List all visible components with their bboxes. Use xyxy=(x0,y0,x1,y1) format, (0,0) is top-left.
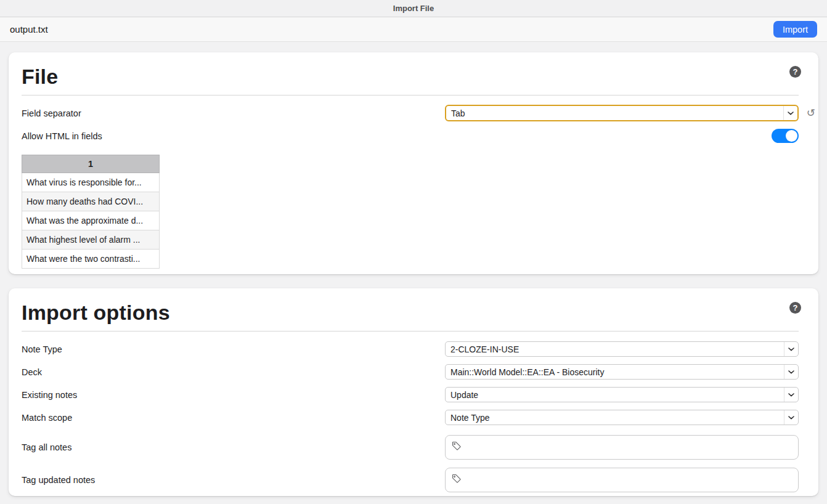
match-scope-select[interactable]: Note Type xyxy=(445,410,799,425)
existing-notes-value: Update xyxy=(446,390,784,400)
field-separator-value: Tab xyxy=(446,108,783,118)
preview-table: 1 What virus is responsible for... How m… xyxy=(22,155,160,269)
table-row: What virus is responsible for... xyxy=(22,173,160,192)
import-options-section: ? Import options Note Type 2-CLOZE-IN-US… xyxy=(9,288,818,496)
existing-notes-label: Existing notes xyxy=(22,390,445,400)
tag-updated-notes-input[interactable] xyxy=(445,468,799,492)
window-title: Import File xyxy=(393,4,434,13)
divider xyxy=(22,95,799,96)
note-type-label: Note Type xyxy=(22,344,445,354)
revert-icon[interactable]: ↺ xyxy=(807,108,815,118)
deck-select[interactable]: Main::World Model::EA::EA - Biosecurity xyxy=(445,364,799,380)
tag-all-notes-row: Tag all notes xyxy=(22,431,799,463)
preview-cell: What highest level of alarm ... xyxy=(22,230,160,250)
import-options-title: Import options xyxy=(22,297,799,331)
deck-row: Deck Main::World Model::EA::EA - Biosecu… xyxy=(22,360,799,383)
preview-cell: What virus is responsible for... xyxy=(22,173,160,192)
import-button[interactable]: Import xyxy=(773,21,817,38)
match-scope-value: Note Type xyxy=(446,413,784,423)
note-type-row: Note Type 2-CLOZE-IN-USE xyxy=(22,338,799,360)
allow-html-row: Allow HTML in fields xyxy=(22,124,799,147)
tag-all-notes-input[interactable] xyxy=(445,435,799,460)
divider xyxy=(22,331,799,331)
existing-notes-select[interactable]: Update xyxy=(445,387,799,402)
field-separator-label: Field separator xyxy=(22,108,445,118)
file-name: output.txt xyxy=(10,24,48,35)
file-section-title: File xyxy=(22,61,799,95)
note-type-select[interactable]: 2-CLOZE-IN-USE xyxy=(445,341,799,357)
table-row: What were the two contrasti... xyxy=(22,250,160,269)
chevron-down-icon xyxy=(784,342,798,356)
deck-label: Deck xyxy=(22,367,445,377)
table-row: What was the approximate d... xyxy=(22,211,160,230)
toolbar: output.txt Import xyxy=(0,17,827,42)
help-icon[interactable]: ? xyxy=(789,302,801,314)
chevron-down-icon xyxy=(784,410,798,425)
table-row: How many deaths had COVI... xyxy=(22,192,160,211)
tag-icon xyxy=(452,441,462,453)
preview-cell: What was the approximate d... xyxy=(22,211,160,230)
match-scope-label: Match scope xyxy=(22,413,445,423)
help-icon[interactable]: ? xyxy=(789,66,801,78)
note-type-value: 2-CLOZE-IN-USE xyxy=(446,344,784,354)
existing-notes-row: Existing notes Update xyxy=(22,383,799,406)
tag-updated-notes-row: Tag updated notes xyxy=(22,463,799,496)
allow-html-toggle[interactable] xyxy=(772,129,799,143)
match-scope-row: Match scope Note Type xyxy=(22,406,799,429)
toggle-knob xyxy=(786,130,797,142)
allow-html-label: Allow HTML in fields xyxy=(22,131,445,141)
field-separator-select[interactable]: Tab xyxy=(445,105,799,121)
field-separator-row: Field separator Tab ↺ xyxy=(22,102,799,124)
tag-all-notes-label: Tag all notes xyxy=(22,442,445,452)
file-section: ? File Field separator Tab ↺ Allow HTML … xyxy=(9,52,818,274)
table-row: What highest level of alarm ... xyxy=(22,230,160,250)
chevron-down-icon xyxy=(783,106,797,120)
chevron-down-icon xyxy=(784,365,798,379)
tag-icon xyxy=(452,474,462,486)
preview-column-header: 1 xyxy=(22,155,160,173)
chevron-down-icon xyxy=(784,388,798,402)
deck-value: Main::World Model::EA::EA - Biosecurity xyxy=(446,367,784,377)
window-titlebar: Import File xyxy=(0,0,827,17)
preview-cell: What were the two contrasti... xyxy=(22,250,160,269)
preview-cell: How many deaths had COVI... xyxy=(22,192,160,211)
tag-updated-notes-label: Tag updated notes xyxy=(22,475,445,485)
